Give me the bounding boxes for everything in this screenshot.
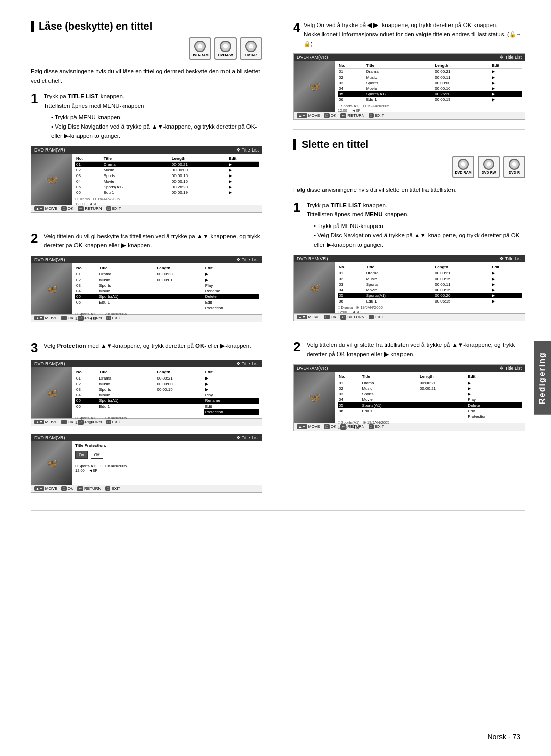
table-row: 06Edu 1Edit — [75, 404, 259, 409]
right-step2: 2 Velg tittelen du vil gi slette fra tit… — [293, 340, 525, 431]
screen1-info: No. Title Length Edit 01Drama00:00:21▶ 0… — [72, 154, 262, 205]
screen1-sub-info: □ Drama ⊙ 19/JAN/200512:00 ◄SP — [75, 197, 259, 206]
table-row: 01Drama00:00:21▶ — [75, 161, 259, 167]
table-row: 05Sports(A1)00:06:20▶ — [338, 293, 522, 298]
dvd-icons-right: DVD-RAM DVD-RW DVD-R — [293, 156, 525, 178]
dvd-icons-left: DVD-RAM DVD-RW DVD-R — [31, 37, 262, 60]
right-bullet-2: Velg Disc Navigation ved å trykke på ▲▼-… — [314, 231, 525, 249]
screen2-sub-info: □ Sports(A1) ⊙ 20/JAN/200412:00 ◄SP — [75, 312, 259, 321]
table-row: 02Music00:00:01▶ — [75, 277, 259, 283]
table-row: 02Music00:00:21▶ — [338, 386, 522, 391]
table-row: 02Music00:00:00▶ — [75, 381, 259, 387]
screen1-table: No. Title Length Edit 01Drama00:00:21▶ 0… — [75, 156, 259, 195]
screen1: DVD-RAM(VR) ❖ Title List No. — [31, 146, 262, 213]
left-step2: 2 Velg tittelen du vil gi beskytte fra t… — [31, 232, 262, 322]
step2-content: Velg tittelen du vil gi beskytte fra tit… — [44, 232, 262, 250]
step2-num: 2 — [31, 232, 40, 245]
right-step1-content: Trykk på TITLE LIST-knappen. Tittelliste… — [307, 200, 525, 249]
screen3a-image — [31, 367, 72, 418]
table-row: Protection — [75, 305, 259, 311]
left-step1: 1 Trykk på TITLE LIST-knappen. Tittellis… — [31, 92, 262, 213]
table-row: 03SportsPlay — [75, 283, 259, 288]
screen3b-sub-info: □ Sports(A1) ⊙ 19/JAN/200512:00 ◄SP — [75, 464, 259, 473]
main-content: Låse (beskytte) en tittel DVD-RAM DVD-RW… — [31, 20, 525, 500]
step4-note: 4 Velg On ved å trykke på ◀ ▶ -knappene,… — [293, 20, 525, 120]
screen-r1-header: DVD-RAM(VR) ❖ Title List — [294, 255, 525, 262]
table-row: 02Music00:00:00▶ — [75, 167, 259, 173]
table-row: 04MoviePlay — [338, 397, 522, 402]
table-row: 06Edu 100:00:19▶ — [75, 190, 259, 195]
bullet-2: Velg Disc Navigation ved å trykke på ▲▼-… — [51, 122, 262, 141]
screen3a: DVD-RAM(VR) ❖ Title List No. — [31, 360, 262, 426]
right-section-desc: Følg disse anvisningene hvis du vil slet… — [293, 185, 525, 194]
left-column: Låse (beskytte) en tittel DVD-RAM DVD-RW… — [31, 20, 270, 500]
screen3b: DVD-RAM(VR) ❖ Title List Title Protectio… — [31, 434, 262, 493]
screen-r1-info: No. Title Length Edit 01Drama00:00:21▶ 0… — [335, 262, 525, 313]
page: Redigering Låse (beskytte) en tittel DVD… — [0, 0, 551, 756]
screen3b-header: DVD-RAM(VR) ❖ Title List — [31, 434, 262, 441]
screen-r1: DVD-RAM(VR) ❖ Title List No. — [293, 255, 525, 321]
step1-content: Trykk på TITLE LIST-knappen. Tittelliste… — [44, 92, 262, 141]
screen-r1-footer: ▲▼MOVE □OK ↩RETURN □EXIT — [294, 313, 525, 321]
screen4-image — [294, 61, 335, 112]
dvd-r-icon: DVD-R — [240, 37, 262, 60]
table-row: 04MovieRename — [75, 288, 259, 294]
right-bullet-1: Trykk på MENU-knappen. — [314, 221, 525, 231]
table-row: 06Edu 100:00:19▶ — [338, 97, 522, 103]
table-row: Protection — [338, 414, 522, 419]
screen1-image — [31, 154, 72, 205]
table-row: 02Music00:00:11▶ — [338, 74, 522, 80]
step3-num: 3 — [31, 341, 40, 355]
table-row: 01Drama00:00:21▶ — [75, 375, 259, 381]
screen2-table: No. Title Length Edit 01Drama00:00:33▶ 0… — [75, 265, 259, 311]
right-step1-bullets: Trykk på MENU-knappen. Velg Disc Navigat… — [314, 221, 525, 249]
screen-r2: DVD-RAM(VR) ❖ Title List No. — [293, 364, 525, 431]
table-row: 05Sports(A1)Delete — [338, 402, 522, 408]
table-row: 04Movie00:00:15▶ — [338, 287, 522, 293]
table-row: 04Movie00:00:16▶ — [75, 179, 259, 184]
table-row: 01Drama00:00:33▶ — [75, 271, 259, 277]
screen2-header: DVD-RAM(VR) ❖ Title List — [31, 256, 262, 263]
screen2-info: No. Title Length Edit 01Drama00:00:33▶ 0… — [72, 263, 262, 314]
left-section-title: Låse (beskytte) en tittel — [31, 20, 262, 32]
screen4-sub-info: □ Sports(A1) ⊙ 19/JAN/200512:00 ◄SP — [338, 104, 522, 113]
table-row: 03Sports00:00:11▶ — [338, 282, 522, 287]
right-step2-content: Velg tittelen du vil gi slette fra titte… — [307, 340, 525, 359]
step4-num: 4 — [293, 20, 300, 35]
screen4-header: DVD-RAM(VR) ❖ Title List — [294, 54, 525, 61]
screen3a-sub-info: □ Sports(A1) ⊙ 19/JAN/200512:00 SP — [75, 416, 259, 425]
off-button[interactable]: Off — [91, 451, 104, 459]
screen4: DVD-RAM(VR) ❖ Title List No. — [293, 53, 525, 120]
right-step2-num: 2 — [293, 340, 303, 354]
on-button[interactable]: On — [75, 451, 88, 459]
dvd-ram-icon-r: DVD-RAM — [452, 156, 474, 178]
screen-r1-table: No. Title Length Edit 01Drama00:00:21▶ 0… — [338, 264, 522, 304]
dvd-r-icon-r: DVD-R — [503, 156, 525, 178]
screen2: DVD-RAM(VR) ❖ Title List No. — [31, 256, 262, 322]
table-row: 06Edu 100:06:15▶ — [338, 298, 522, 304]
screen3b-info: Title Protection: On Off □ Sports(A1) ⊙ … — [72, 441, 262, 485]
table-row: 05Sports(A1)Rename — [75, 398, 259, 404]
table-row: 03Sports▶ — [338, 391, 522, 397]
table-row: 04Movie00:00:16▶ — [338, 86, 522, 91]
table-row: 03Sports00:00:00▶ — [338, 80, 522, 86]
dvd-rw-icon-r: DVD-RW — [478, 156, 500, 178]
table-row: 05Sports(A1)00:26:20▶ — [75, 184, 259, 190]
bullet-1: Trykk på MENU-knappen. — [51, 113, 262, 122]
dvd-ram-icon: DVD-RAM — [189, 37, 211, 60]
screen3a-table: No. Title Length Edit 01Drama00:00:21▶ 0… — [75, 369, 259, 415]
step4-content: Velg On ved å trykke på ◀ ▶ -knappene, o… — [304, 20, 525, 49]
table-row: Protection — [75, 409, 259, 415]
table-row: 02Music00:00:15▶ — [338, 276, 522, 282]
dvd-rw-icon: DVD-RW — [214, 37, 237, 60]
screen4-footer: ▲▼MOVE □OK ↩RETURN □EXIT — [294, 112, 525, 119]
step1-bullets: Trykk på MENU-knappen. Velg Disc Navigat… — [51, 113, 262, 141]
page-number: Norsk - 73 — [487, 733, 520, 741]
screen-r2-header: DVD-RAM(VR) ❖ Title List — [294, 365, 525, 372]
table-row: 01Drama00:00:21▶ — [338, 270, 522, 276]
table-row: 06Edu 1Edit — [338, 408, 522, 414]
screen4-info: No. Title Length Edit 01Drama00:05:21▶ 0… — [335, 61, 525, 112]
screen-r1-image — [294, 262, 335, 313]
right-column: 4 Velg On ved å trykke på ◀ ▶ -knappene,… — [286, 20, 525, 500]
table-row: 06Edu 1Edit — [75, 299, 259, 305]
